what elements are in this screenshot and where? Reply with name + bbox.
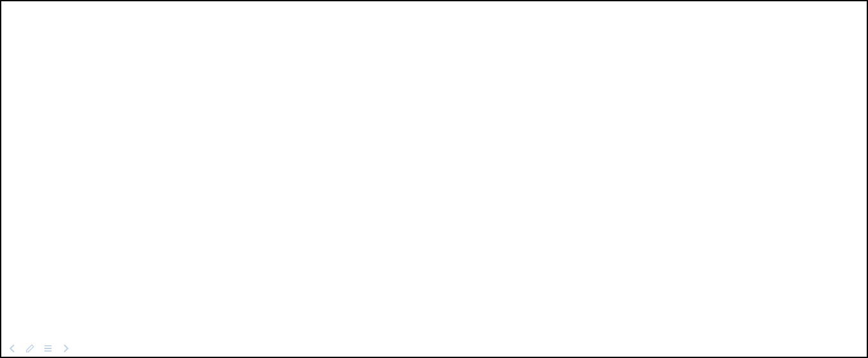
arrow-right-icon[interactable] (61, 344, 70, 353)
arrow-left-icon[interactable] (8, 344, 17, 353)
edit-icon[interactable] (26, 344, 35, 353)
bottom-toolbar (8, 344, 70, 353)
edges-layer (1, 1, 868, 358)
list-icon[interactable] (44, 344, 52, 353)
diagram-frame (0, 0, 868, 358)
